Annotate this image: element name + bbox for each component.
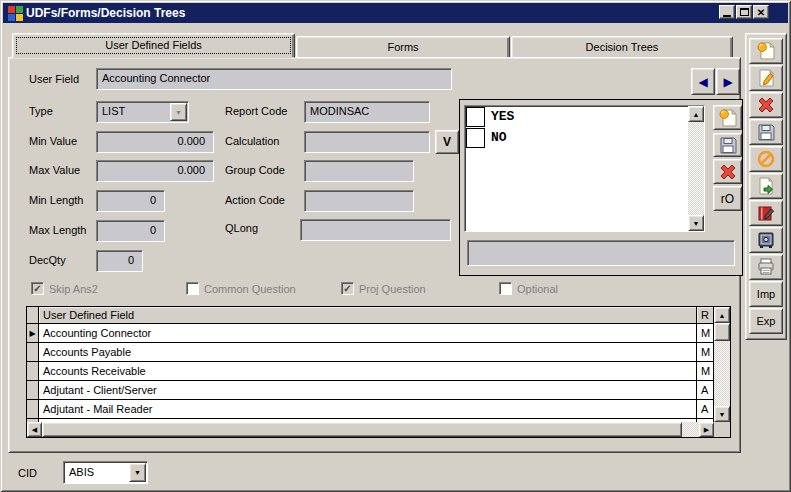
answer-list-scrollbar[interactable]: ▲ ▼ [688,106,704,231]
max-value-input[interactable]: 0.000 [96,160,214,182]
edit-button[interactable] [749,65,783,91]
tab-page-user-defined-fields: User Field Accounting Connector ◀ ▶ Type… [8,57,741,453]
new-record-icon [718,108,738,128]
next-record-button[interactable]: ▶ [716,68,740,95]
type-dropdown-button[interactable]: ▼ [170,103,187,121]
table-row[interactable]: Adjutant - Mail Reader A [27,400,716,419]
answer-checkbox-cell[interactable] [466,128,485,148]
safe-icon [756,230,776,250]
prev-record-button[interactable]: ◀ [691,68,715,95]
scroll-up-icon[interactable]: ▲ [688,106,704,122]
calculation-input[interactable] [304,131,430,153]
calculation-label: Calculation [225,135,279,147]
udf-partial-cell[interactable]: A [697,381,714,400]
udf-name-cell[interactable]: Accounting Connector [39,324,697,343]
max-value-label: Max Value [29,164,80,176]
print-button[interactable] [749,254,783,280]
scroll-down-icon[interactable]: ▼ [714,406,730,422]
optional-checkbox[interactable]: Optional [499,282,558,295]
row-selector[interactable] [27,381,39,400]
skip-ans2-checkbox[interactable]: ✓ Skip Ans2 [31,282,98,295]
user-field-input[interactable]: Accounting Connector [96,68,452,90]
new-button[interactable] [749,38,783,64]
table-row[interactable]: Accounts Receivable M [27,362,716,381]
udf-partial-cell[interactable]: A [697,400,714,419]
group-code-input[interactable] [304,160,414,182]
answer-options-group: YES NO ▲ ▼ rO [459,99,743,276]
scroll-up-icon[interactable]: ▲ [714,307,730,323]
delete-button[interactable] [749,92,783,118]
table-row[interactable]: Accounts Payable M [27,343,716,362]
notes-book-icon [756,203,776,223]
udf-partial-cell[interactable]: M [697,324,714,343]
udf-name-cell[interactable]: Accounts Receivable [39,362,697,381]
window-title: UDFs/Forms/Decision Trees [26,6,185,20]
min-length-input[interactable]: 0 [96,190,165,212]
scroll-right-icon[interactable]: ▶ [699,422,714,437]
cid-dropdown-button[interactable]: ▼ [129,463,146,482]
tab-user-defined-fields[interactable]: User Defined Fields [12,33,295,58]
max-length-input[interactable]: 0 [96,220,165,242]
save-button[interactable] [749,119,783,145]
udf-partial-cell[interactable]: M [697,343,714,362]
row-selector[interactable] [27,343,39,362]
row-selector[interactable]: ▶ [27,324,39,343]
answer-new-button[interactable] [713,105,742,130]
udf-name-cell[interactable]: Adjutant - Mail Reader [39,400,697,419]
grid-horizontal-scrollbar[interactable]: ◀ ▶ [27,422,714,437]
decqty-input[interactable]: 0 [96,250,143,272]
list-item[interactable]: NO [465,127,704,148]
action-code-input[interactable] [304,190,414,212]
grid-header-partial[interactable]: R [697,307,714,324]
qlong-input[interactable] [300,219,451,241]
scroll-down-icon[interactable]: ▼ [688,215,704,231]
report-code-input[interactable]: MODINSAC [304,101,430,123]
calculation-validate-button[interactable]: V [435,130,459,154]
udf-partial-cell[interactable]: M [697,362,714,381]
app-icon [7,5,23,21]
udf-name-cell[interactable]: Adjutant - Client/Server [39,381,697,400]
list-item[interactable]: YES [465,106,704,127]
min-value-label: Min Value [29,135,77,147]
document-arrow-icon [756,176,776,196]
table-row[interactable]: ▶ Accounting Connector M [27,324,716,343]
scroll-left-icon[interactable]: ◀ [27,422,42,437]
answer-checkbox-cell[interactable] [466,107,485,127]
row-selector[interactable] [27,362,39,381]
cancel-circle-icon [756,149,776,169]
scrollbar-thumb[interactable] [42,422,682,437]
checkbox-icon: ✓ [341,282,354,295]
tab-forms[interactable]: Forms [296,36,510,58]
tab-decision-trees[interactable]: Decision Trees [511,36,733,58]
answer-save-button[interactable] [713,133,742,157]
answer-list[interactable]: YES NO ▲ ▼ [464,105,705,232]
minimize-button[interactable] [719,5,735,19]
notes-button[interactable] [749,200,783,226]
cancel-button[interactable] [749,146,783,172]
answer-reorder-button[interactable]: rO [713,186,742,211]
min-value-input[interactable]: 0.000 [96,131,214,153]
title-bar: UDFs/Forms/Decision Trees [3,3,788,23]
import-button[interactable]: Imp [749,281,783,307]
security-button[interactable] [749,227,783,253]
proj-question-checkbox[interactable]: ✓ Proj Question [341,282,426,295]
common-question-checkbox[interactable]: Common Question [186,282,296,295]
checkbox-icon [499,282,512,295]
copy-record-button[interactable] [749,173,783,199]
type-select[interactable]: LIST ▼ [96,101,189,123]
scrollbar-thumb[interactable] [714,323,730,341]
grid-vertical-scrollbar[interactable]: ▲ ▼ [714,307,730,422]
maximize-button[interactable] [736,5,752,19]
max-length-label: Max Length [29,224,86,236]
answer-delete-button[interactable] [713,159,742,184]
export-button[interactable]: Exp [749,308,783,334]
answer-entry-input[interactable] [467,240,735,266]
udf-name-cell[interactable]: Accounts Payable [39,343,697,362]
grid-header-user-defined-field[interactable]: User Defined Field [39,307,697,324]
row-selector[interactable] [27,400,39,419]
table-row[interactable]: Adjutant - Client/Server A [27,381,716,400]
grid-rows: ▶ Accounting Connector M Accounts Payabl… [27,324,716,422]
delete-x-icon [756,95,776,115]
cid-select[interactable]: ABIS ▼ [63,461,148,484]
close-button[interactable]: ✕ [753,5,769,19]
